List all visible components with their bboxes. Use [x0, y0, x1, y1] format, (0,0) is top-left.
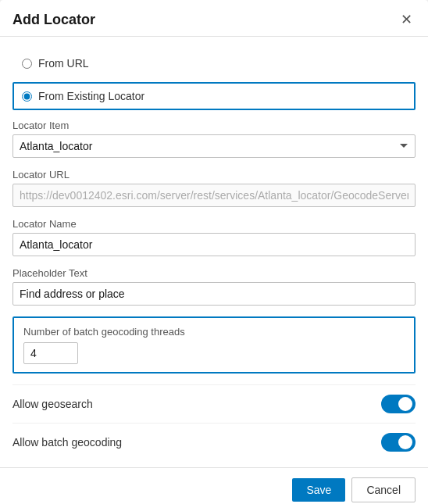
add-locator-dialog: Add Locator ✕ From URL From Existing Loc… [0, 0, 428, 504]
allow-batch-row: Allow batch geocoding [12, 423, 416, 461]
locator-url-input[interactable] [12, 184, 416, 207]
placeholder-text-label: Placeholder Text [12, 267, 416, 279]
from-url-radio[interactable] [22, 59, 32, 69]
from-url-label: From URL [38, 57, 89, 70]
allow-batch-toggle[interactable] [381, 433, 416, 452]
locator-name-label: Locator Name [12, 218, 416, 230]
locator-name-input[interactable] [12, 233, 416, 256]
batch-threads-label: Number of batch geocoding threads [23, 326, 405, 338]
dialog-body: From URL From Existing Locator Locator I… [0, 37, 428, 467]
placeholder-text-input[interactable] [12, 282, 416, 306]
save-button[interactable]: Save [292, 478, 345, 502]
source-radio-group: From URL From Existing Locator [12, 49, 416, 110]
placeholder-text-group: Placeholder Text [12, 267, 416, 306]
batch-threads-section: Number of batch geocoding threads [12, 316, 416, 374]
allow-geosearch-label: Allow geosearch [12, 398, 93, 410]
locator-url-group: Locator URL [12, 169, 416, 207]
locator-url-label: Locator URL [12, 169, 416, 181]
dialog-footer: Save Cancel [0, 467, 428, 504]
batch-threads-input[interactable] [23, 342, 78, 364]
from-existing-option[interactable]: From Existing Locator [12, 82, 416, 110]
allow-geosearch-row: Allow geosearch [12, 384, 416, 423]
close-button[interactable]: ✕ [398, 11, 416, 28]
dialog-title: Add Locator [12, 12, 95, 28]
locator-item-label: Locator Item [12, 120, 416, 131]
from-url-option[interactable]: From URL [12, 49, 416, 77]
from-existing-radio[interactable] [22, 91, 32, 102]
locator-name-group: Locator Name [12, 218, 416, 256]
allow-batch-slider [381, 433, 416, 452]
cancel-button[interactable]: Cancel [351, 477, 416, 502]
dialog-header: Add Locator ✕ [0, 0, 428, 37]
allow-geosearch-toggle[interactable] [381, 395, 416, 413]
allow-geosearch-slider [381, 395, 416, 413]
allow-batch-label: Allow batch geocoding [12, 436, 122, 449]
from-existing-label: From Existing Locator [38, 90, 144, 102]
locator-item-select[interactable]: Atlanta_locator [12, 134, 416, 158]
locator-item-group: Locator Item Atlanta_locator [12, 120, 416, 158]
